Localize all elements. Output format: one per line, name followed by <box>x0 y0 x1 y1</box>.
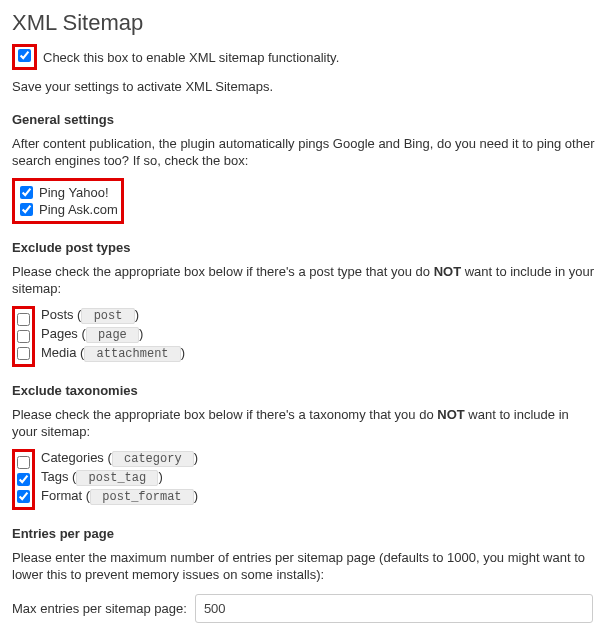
exclude-tax-desc: Please check the appropriate box below i… <box>12 406 597 441</box>
exclude-tags-label: Tags ( post_tag ) <box>41 469 163 485</box>
code: page <box>86 327 139 343</box>
text: Format ( <box>41 488 90 503</box>
exclude-tax-heading: Exclude taxonomies <box>12 383 597 398</box>
code: post <box>81 308 134 324</box>
exclude-format-checkbox[interactable] <box>17 490 30 503</box>
exclude-posts-label: Posts ( post ) <box>41 307 139 323</box>
exclude-categories-checkbox[interactable] <box>17 456 30 469</box>
exclude-format-label: Format ( post_format ) <box>41 488 198 504</box>
exclude-posts-heading: Exclude post types <box>12 240 597 255</box>
text: Please check the appropriate box below i… <box>12 407 437 422</box>
text: ) <box>135 307 139 322</box>
not-emphasis: NOT <box>434 264 461 279</box>
general-desc: After content publication, the plugin au… <box>12 135 597 170</box>
exclude-posts-checkbox[interactable] <box>17 313 30 326</box>
text: Please check the appropriate box below i… <box>12 264 434 279</box>
highlight-enable <box>12 44 37 70</box>
code: post_tag <box>76 470 158 486</box>
exclude-tags-checkbox[interactable] <box>17 473 30 486</box>
entries-input[interactable] <box>195 594 593 623</box>
ping-ask-label: Ping Ask.com <box>39 202 118 217</box>
exclude-media-label: Media ( attachment ) <box>41 345 185 361</box>
exclude-categories-label: Categories ( category ) <box>41 450 198 466</box>
enable-checkbox[interactable] <box>18 49 31 62</box>
general-heading: General settings <box>12 112 597 127</box>
page-title: XML Sitemap <box>12 10 597 36</box>
text: Posts ( <box>41 307 81 322</box>
ping-ask-checkbox[interactable] <box>20 203 33 216</box>
code: post_format <box>90 489 194 505</box>
text: Categories ( <box>41 450 112 465</box>
ping-yahoo-checkbox[interactable] <box>20 186 33 199</box>
text: Pages ( <box>41 326 86 341</box>
text: ) <box>181 345 185 360</box>
ping-yahoo-label: Ping Yahoo! <box>39 185 109 200</box>
code: attachment <box>84 346 180 362</box>
highlight-exclude-tax <box>12 449 35 510</box>
highlight-ping-group: Ping Yahoo! Ping Ask.com <box>12 178 124 224</box>
exclude-posts-desc: Please check the appropriate box below i… <box>12 263 597 298</box>
text: ) <box>194 450 198 465</box>
text: ) <box>194 488 198 503</box>
exclude-pages-label: Pages ( page ) <box>41 326 143 342</box>
exclude-media-checkbox[interactable] <box>17 347 30 360</box>
text: ) <box>158 469 162 484</box>
text: ) <box>139 326 143 341</box>
entries-label: Max entries per sitemap page: <box>12 601 187 616</box>
exclude-pages-checkbox[interactable] <box>17 330 30 343</box>
activate-note: Save your settings to activate XML Sitem… <box>12 78 597 96</box>
entries-heading: Entries per page <box>12 526 597 541</box>
highlight-exclude-posts <box>12 306 35 367</box>
text: Tags ( <box>41 469 76 484</box>
entries-desc: Please enter the maximum number of entri… <box>12 549 597 584</box>
not-emphasis: NOT <box>437 407 464 422</box>
code: category <box>112 451 194 467</box>
enable-label: Check this box to enable XML sitemap fun… <box>43 50 339 65</box>
text: Media ( <box>41 345 84 360</box>
